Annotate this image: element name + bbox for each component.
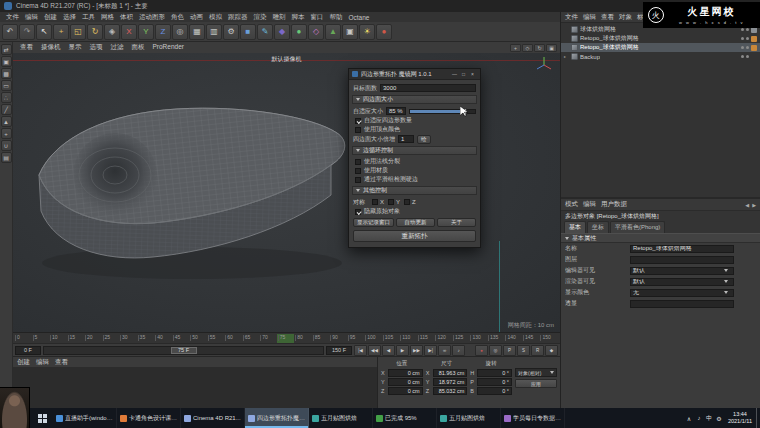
timeline-tick[interactable]: 15	[68, 335, 86, 341]
clock[interactable]: 13:44 2021/1/11	[724, 408, 756, 428]
coordinate-field[interactable]: 0 °	[477, 369, 512, 377]
mograph-icon[interactable]: ●	[291, 24, 307, 40]
timeline-tick[interactable]: 95	[348, 335, 366, 341]
menu-item[interactable]: 窗口	[308, 13, 327, 22]
polygons-mode-icon[interactable]: ▲	[1, 116, 12, 127]
zoom-view-icon[interactable]: ◇	[522, 44, 533, 52]
menu-item[interactable]: 工具	[79, 13, 98, 22]
checkbox[interactable]	[355, 127, 361, 133]
menu-item[interactable]: 雕刻	[270, 13, 289, 22]
object-tag-icon[interactable]	[751, 54, 757, 60]
make-editable-icon[interactable]: ⇄	[1, 44, 12, 55]
timeline-tick[interactable]: 150	[540, 335, 558, 341]
taskbar-item[interactable]: 四边形重拓扑魔镜网...	[245, 408, 309, 428]
rotate-tool-icon[interactable]: ↻	[87, 24, 103, 40]
camera-icon[interactable]: ▣	[342, 24, 358, 40]
coordinate-field[interactable]: 0 cm	[388, 378, 423, 386]
material-menu-item[interactable]: 创建	[17, 358, 30, 367]
timeline-tick[interactable]: 40	[155, 335, 173, 341]
timeline-tick[interactable]: 100	[365, 335, 383, 341]
coordinate-field[interactable]: 18.972 cm	[433, 378, 468, 386]
attribute-value-field[interactable]: 默认	[630, 278, 734, 286]
snap-icon[interactable]: ∪	[1, 140, 12, 151]
taskbar-item[interactable]: 五月贴图烘焙	[437, 408, 501, 428]
viewport-menu-item[interactable]: 摄像机	[37, 43, 65, 52]
play-button[interactable]: ▶	[396, 345, 409, 356]
menu-item[interactable]: 网格	[98, 13, 117, 22]
checkbox[interactable]	[355, 209, 361, 215]
render-visibility-dot[interactable]	[746, 55, 749, 58]
record-parameter-button[interactable]: ◆	[545, 345, 558, 356]
lock-z-axis-icon[interactable]: Z	[155, 24, 171, 40]
attribute-value-field[interactable]: 默认	[630, 267, 734, 275]
rotate-view-icon[interactable]: ↻	[534, 44, 545, 52]
model-mode-icon[interactable]: ▣	[1, 56, 12, 67]
timeline-tick[interactable]: 50	[190, 335, 208, 341]
viewport-menu-item[interactable]: ProRender	[149, 43, 188, 52]
menu-item[interactable]: 编辑	[22, 13, 41, 22]
remesh-button[interactable]: 重新拓扑	[353, 230, 476, 242]
timeline-tick[interactable]: 80	[295, 335, 313, 341]
last-tool-icon[interactable]: ◈	[104, 24, 120, 40]
editor-visibility-dot[interactable]	[741, 55, 744, 58]
coordinate-field[interactable]: 81.963 cm	[433, 369, 468, 377]
tray-icon[interactable]: ♪	[694, 415, 704, 421]
menu-item[interactable]: 文件	[3, 13, 22, 22]
quad-size-section[interactable]: 四边面大小	[352, 95, 477, 104]
render-visibility-dot[interactable]	[746, 28, 749, 31]
points-mode-icon[interactable]: ∴	[1, 92, 12, 103]
expand-icon[interactable]: ▸	[564, 54, 569, 59]
tray-icon[interactable]: ∧	[684, 415, 694, 422]
checkbox[interactable]	[355, 177, 361, 183]
edge-loops-section[interactable]: 边循环控制	[352, 146, 477, 155]
taskbar-item[interactable]: 卡通角色设计课 0...	[117, 408, 181, 428]
timeline-tick[interactable]: 75	[278, 335, 296, 341]
viewport[interactable]: 默认摄像机 网格间距：10 cm 四边形重拓扑 魔镜网 1.0.1	[13, 53, 560, 332]
goto-end-button[interactable]: ▶|	[424, 345, 437, 356]
timeline-tick[interactable]: 25	[103, 335, 121, 341]
timeline-tick[interactable]: 90	[330, 335, 348, 341]
coordinate-field[interactable]: 0 cm	[388, 387, 423, 395]
dialog-window-button[interactable]: ×	[468, 71, 477, 77]
editor-visibility-dot[interactable]	[741, 46, 744, 49]
menu-item[interactable]: 跟踪器	[225, 13, 251, 22]
misc-section[interactable]: 其他控制	[352, 186, 477, 195]
record-rotation-button[interactable]: R	[531, 345, 544, 356]
attribute-tab[interactable]: 坐标	[587, 221, 609, 233]
object-list-item[interactable]: Retopo_球体烘焙网格	[561, 34, 760, 43]
timeline-tick[interactable]: 45	[173, 335, 191, 341]
menu-item[interactable]: 脚本	[289, 13, 308, 22]
apply-button[interactable]: 应用	[515, 379, 557, 388]
autokey-button[interactable]: ◎	[489, 345, 502, 356]
timeline-tick[interactable]: 125	[453, 335, 471, 341]
taskbar-item[interactable]: Cinema 4D R21...	[181, 408, 245, 428]
environment-icon[interactable]: ▲	[325, 24, 341, 40]
taskbar-item[interactable]: 学员每日专数据回...	[501, 408, 565, 428]
checkbox[interactable]	[355, 168, 361, 174]
taskbar-item[interactable]: 五月贴图烘焙	[309, 408, 373, 428]
prev-key-button[interactable]: ◀◀	[368, 345, 381, 356]
attribute-value-field[interactable]: 无	[630, 289, 734, 297]
live-selection-icon[interactable]: ↖	[36, 24, 52, 40]
dialog-window-button[interactable]: □	[459, 71, 468, 77]
viewport-menu-item[interactable]: 选项	[86, 43, 107, 52]
attribute-tab[interactable]: 基本	[564, 221, 586, 233]
attribute-tab[interactable]: 平滑着色(Phong)	[610, 221, 665, 233]
dialog-titlebar[interactable]: 四边形重拓扑 魔镜网 1.0.1 —□×	[349, 69, 480, 80]
paint-button[interactable]: 绘	[417, 135, 431, 144]
history-nav-icon[interactable]: ▶	[752, 202, 756, 208]
viewport-menu-item[interactable]: 过滤	[107, 43, 128, 52]
timeline-tick[interactable]: 20	[85, 335, 103, 341]
object-manager-menu-item[interactable]: 查看	[601, 13, 614, 22]
show-desktop-button[interactable]	[756, 408, 760, 428]
taskbar-item[interactable]: 直播助手(window...	[53, 408, 117, 428]
menu-item[interactable]: 运动图形	[136, 13, 168, 22]
menu-item[interactable]: 模拟	[206, 13, 225, 22]
toggle-layout-icon[interactable]: ▣	[546, 44, 557, 52]
timeline-tick[interactable]: 70	[260, 335, 278, 341]
render-visibility-dot[interactable]	[746, 37, 749, 40]
attribute-value-field[interactable]	[630, 256, 734, 264]
menu-item[interactable]: Octane	[346, 14, 373, 21]
timeline-tick[interactable]: 135	[488, 335, 506, 341]
lock-y-axis-icon[interactable]: Y	[138, 24, 154, 40]
